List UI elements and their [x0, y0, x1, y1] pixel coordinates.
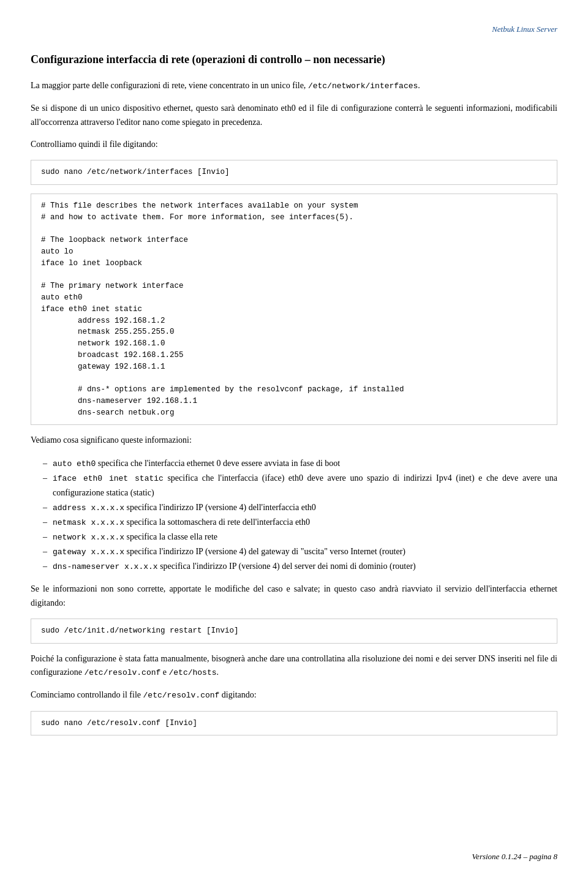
header-title: Netbuk Linux Server	[31, 24, 557, 34]
list-item-7: dns-nameserver x.x.x.x specifica l'indir…	[43, 559, 557, 574]
footer: Versione 0.1.24 – pagina 8	[472, 852, 557, 862]
inline-code-interfaces: /etc/network/interfaces	[308, 81, 418, 91]
list-item-2: iface eth0 inet static specifica che l'i…	[43, 471, 557, 500]
paragraph-6b: Cominciamo controllando il file /etc/res…	[31, 688, 557, 702]
bullet3-text: specifica l'indirizzo IP (versione 4) de…	[124, 503, 316, 512]
paragraph-2: Se si dispone di un unico dispositivo et…	[31, 102, 557, 129]
list-item-4: netmask x.x.x.x specifica la sottomasche…	[43, 515, 557, 530]
bullet4-text: specifica la sottomaschera di rete dell'…	[124, 517, 310, 527]
bullet1-text: specifica che l'interfaccia ethernet 0 d…	[96, 459, 340, 468]
code-block-2: # This file describes the network interf…	[31, 194, 557, 425]
inline-code-hosts: /etc/hosts	[169, 668, 217, 677]
bullet4-code: netmask x.x.x.x	[53, 518, 124, 527]
paragraph-3: Controlliamo quindi il file digitando:	[31, 138, 557, 151]
bullet5-text: specifica la classe ella rete	[124, 532, 217, 541]
bullet1-code: auto eth0	[53, 459, 96, 468]
info-list: auto eth0 specifica che l'interfaccia et…	[43, 456, 557, 574]
code-block-3: sudo /etc/init.d/networking restart [Inv…	[31, 619, 557, 644]
paragraph-1: La maggior parte delle configurazioni di…	[31, 79, 557, 93]
paragraph-4: Vediamo cosa significano queste informaz…	[31, 434, 557, 447]
code-block-4: sudo nano /etc/resolv.conf [Invio]	[31, 711, 557, 736]
code-block-1: sudo nano /etc/network/interfaces [Invio…	[31, 160, 557, 185]
list-item-1: auto eth0 specifica che l'interfaccia et…	[43, 456, 557, 471]
paragraph-6: Poiché la configurazione è stata fatta m…	[31, 652, 557, 680]
bullet6-code: gateway x.x.x.x	[53, 547, 124, 557]
bullet5-code: network x.x.x.x	[53, 533, 124, 542]
list-item-6: gateway x.x.x.x specifica l'indirizzo IP…	[43, 544, 557, 559]
paragraph-5: Se le informazioni non sono corrette, ap…	[31, 582, 557, 610]
inline-code-resolv: /etc/resolv.conf	[84, 668, 160, 677]
bullet7-code: dns-nameserver x.x.x.x	[53, 562, 158, 571]
bullet6-text: specifica l'indirizzo IP (versione 4) de…	[124, 547, 405, 556]
list-item-5: network x.x.x.x specifica la classe ella…	[43, 530, 557, 544]
page-heading: Configurazione interfaccia di rete (oper…	[31, 53, 557, 67]
bullet2-code: iface eth0 inet static	[53, 474, 164, 483]
list-item-3: address x.x.x.x specifica l'indirizzo IP…	[43, 500, 557, 515]
bullet3-code: address x.x.x.x	[53, 503, 124, 513]
bullet7-text: specifica l'indirizzo IP (versione 4) de…	[158, 562, 416, 571]
inline-code-resolv-2: /etc/resolv.conf	[143, 691, 220, 700]
